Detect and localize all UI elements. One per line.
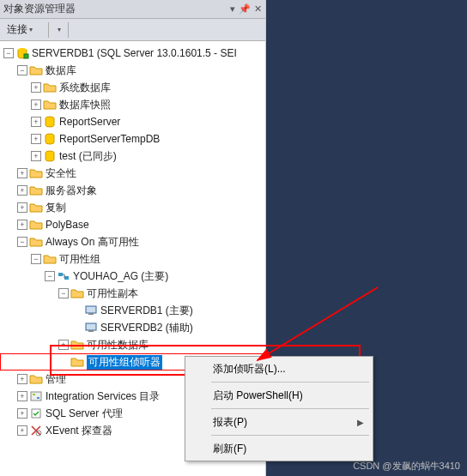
dropdown-icon[interactable]: ▾ [230, 3, 235, 15]
folder-icon [70, 286, 84, 300]
security-node[interactable]: + 安全性 [0, 165, 265, 182]
toolbar: 连接▾ ▾ [0, 19, 265, 41]
submenu-arrow-icon: ▶ [357, 418, 364, 427]
replica-icon [84, 321, 98, 334]
alwayson-node[interactable]: − Always On 高可用性 [0, 233, 265, 250]
panel-controls: ▾ 📌 ✕ [230, 3, 262, 15]
databases-node[interactable]: − 数据库 [0, 62, 265, 79]
folder-icon [29, 235, 43, 249]
expand-icon[interactable]: + [31, 134, 41, 144]
filter-button[interactable] [72, 28, 79, 32]
server-node[interactable]: − SERVERDB1 (SQL Server 13.0.1601.5 - SE… [0, 45, 265, 62]
panel-title-bar: 对象资源管理器 ▾ 📌 ✕ [0, 0, 265, 19]
folder-icon [43, 81, 57, 94]
expand-icon[interactable]: + [17, 168, 27, 178]
panel-title: 对象资源管理器 [3, 2, 76, 16]
ssis-icon [29, 389, 43, 403]
pin-icon[interactable]: 📌 [239, 3, 251, 15]
svg-rect-17 [37, 397, 39, 399]
svg-rect-13 [86, 323, 96, 330]
ag-icon [57, 269, 70, 283]
folder-icon [29, 218, 43, 232]
collapse-icon[interactable]: − [45, 271, 55, 281]
expand-icon[interactable]: + [17, 220, 27, 230]
expand-icon[interactable]: + [58, 340, 69, 350]
svg-rect-9 [58, 273, 63, 276]
expand-icon[interactable]: + [31, 82, 41, 93]
close-icon[interactable]: ✕ [254, 3, 262, 15]
expand-icon[interactable]: + [17, 408, 27, 419]
reportservertmp-node[interactable]: + ReportServerTempDB [0, 130, 265, 148]
folder-icon [70, 355, 84, 369]
expand-icon[interactable]: + [17, 391, 27, 401]
expand-icon[interactable]: + [17, 202, 27, 213]
svg-rect-12 [88, 313, 94, 315]
menu-separator [211, 408, 369, 409]
polybase-node[interactable]: + PolyBase [0, 216, 265, 233]
reportserver-node[interactable]: + ReportServer [0, 113, 265, 130]
folder-icon [29, 166, 43, 180]
folder-icon [70, 338, 84, 352]
replica2-node[interactable]: SERVERDB2 (辅助) [0, 319, 265, 336]
agent-icon [29, 407, 43, 420]
collapse-icon[interactable]: − [31, 254, 41, 264]
database-icon [43, 149, 57, 163]
menu-separator [211, 382, 369, 383]
disconnect-button[interactable] [38, 28, 45, 32]
menu-powershell[interactable]: 启动 PowerShell(H) [187, 385, 371, 406]
ag-name-node[interactable]: − YOUHAO_AG (主要) [0, 268, 265, 285]
svg-rect-15 [31, 392, 41, 401]
script-button[interactable] [89, 28, 96, 32]
ag-databases-node[interactable]: + 可用性数据库 [0, 336, 265, 353]
svg-rect-11 [86, 306, 96, 313]
folder-icon [29, 201, 43, 214]
collapse-icon[interactable]: − [3, 48, 14, 58]
menu-reports[interactable]: 报表(P)▶ [187, 412, 371, 432]
refresh-button[interactable] [81, 28, 88, 32]
svg-rect-10 [64, 276, 69, 280]
stop-button[interactable]: ▾ [52, 24, 64, 35]
replication-node[interactable]: + 复制 [0, 199, 265, 216]
replica1-node[interactable]: SERVERDB1 (主要) [0, 302, 265, 319]
collapse-icon[interactable]: − [17, 237, 27, 247]
collapse-icon[interactable]: − [58, 288, 69, 298]
connect-button[interactable]: 连接▾ [3, 21, 36, 39]
replicas-node[interactable]: − 可用性副本 [0, 285, 265, 302]
folder-icon [29, 184, 43, 197]
expand-icon[interactable]: + [17, 425, 27, 436]
folder-icon [43, 98, 57, 111]
database-icon [43, 115, 57, 129]
folder-icon [43, 252, 57, 266]
ag-group-node[interactable]: − 可用性组 [0, 250, 265, 268]
svg-rect-5 [24, 54, 28, 58]
menu-separator [211, 435, 369, 436]
sysdb-node[interactable]: + 系统数据库 [0, 79, 265, 96]
menu-add-listener[interactable]: 添加侦听器(L)... [187, 359, 371, 379]
expand-icon[interactable]: + [31, 117, 41, 127]
replica-icon [84, 304, 98, 317]
menu-refresh[interactable]: 刷新(F) [187, 438, 371, 459]
snapshot-node[interactable]: + 数据库快照 [0, 96, 265, 113]
watermark: CSDN @发飙的蜗牛3410 [353, 460, 460, 473]
folder-icon [29, 63, 43, 77]
expand-icon[interactable]: + [31, 151, 41, 161]
server-icon [15, 46, 29, 60]
database-icon [43, 132, 57, 146]
collapse-icon[interactable]: − [17, 65, 27, 75]
folder-icon [29, 372, 43, 386]
context-menu: 添加侦听器(L)... 启动 PowerShell(H) 报表(P)▶ 刷新(F… [185, 356, 373, 461]
test-db-node[interactable]: + test (已同步) [0, 148, 265, 165]
svg-rect-16 [33, 394, 35, 395]
expand-icon[interactable]: + [31, 99, 41, 110]
svg-rect-14 [88, 330, 94, 332]
xevent-icon [29, 424, 43, 437]
expand-icon[interactable]: + [17, 185, 27, 196]
expand-icon[interactable]: + [17, 374, 27, 384]
serverobjects-node[interactable]: + 服务器对象 [0, 182, 265, 199]
